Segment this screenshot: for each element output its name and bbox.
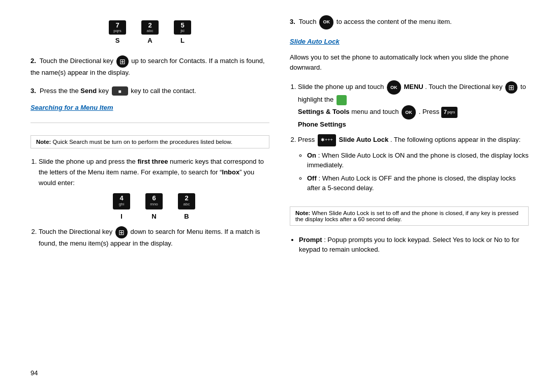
inbox-word: Inbox	[222, 168, 240, 176]
option-on: On : When Slide Auto Lock is ON and the …	[307, 150, 529, 170]
prompt-bullet-list: Prompt : Popup prompts you to lock keypa…	[290, 235, 529, 258]
dkey-up-icon	[116, 55, 129, 68]
star-key-icon: ✱+++	[318, 134, 336, 146]
ok-key-menu-icon: OK	[387, 80, 401, 95]
page-number: 94	[30, 369, 269, 377]
intro-step3: 3. Press the the Send key ■ key to call …	[30, 86, 269, 96]
option-off: Off : When Auto Lock is OFF and the phon…	[307, 173, 529, 193]
key-group-b: 2 abc B	[178, 193, 195, 222]
options-list: On : When Slide Auto Lock is ON and the …	[298, 150, 529, 193]
left-column: 7 pqrs S 2 abc A 5 jkl	[30, 15, 269, 377]
key-7pqrs-top: 7 pqrs	[109, 20, 126, 35]
key-group-s: 7 pqrs S	[109, 20, 126, 44]
right-column: 3. Touch OK to access the content of the…	[290, 15, 529, 377]
left-step2: Touch the Directional key down to search…	[39, 226, 269, 249]
note-box-2: Note: When Slide Auto Lock is set to off…	[290, 206, 529, 226]
key-2abc-bottom: 2 abc	[178, 193, 195, 209]
key-label-n: N	[151, 212, 156, 222]
steps-list-left: Slide the phone up and press the first t…	[30, 157, 269, 253]
key-label-l: L	[180, 37, 185, 44]
dkey-icon-step1	[505, 81, 517, 94]
key-group-l: 5 jkl L	[174, 20, 191, 44]
divider	[30, 123, 269, 123]
searching-menu-item-heading: Searching for a Menu Item	[30, 104, 269, 111]
slide-auto-lock-heading: Slide Auto Lock	[290, 38, 529, 45]
settings-icon	[337, 95, 347, 105]
right-step1: Slide the phone up and touch OK MENU . T…	[298, 80, 529, 130]
key-group-a: 2 abc A	[141, 20, 159, 44]
dkey-down-icon	[115, 226, 128, 238]
steps-list-right: Slide the phone up and touch OK MENU . T…	[290, 80, 529, 197]
key-4ghi: 4 ghi	[113, 193, 130, 209]
send-key-icon: ■	[112, 86, 128, 96]
option-prompt: Prompt : Popup prompts you to lock keypa…	[299, 235, 529, 255]
ok-key-icon2: OK	[402, 105, 416, 119]
key-5jkl-top: 5 jkl	[174, 20, 191, 35]
key-group-n: 6 mno N	[145, 193, 163, 222]
key-label-b: B	[184, 212, 189, 222]
right-step3: 3. Touch OK to access the content of the…	[290, 15, 529, 29]
key-group-i: 4 ghi I	[113, 193, 130, 222]
key-6mno: 6 mno	[145, 193, 163, 209]
right-step2: Press ✱+++ Slide Auto Lock . The followi…	[298, 134, 529, 193]
key-2abc-top: 2 abc	[141, 20, 159, 35]
slide-auto-lock-intro: Allows you to set the phone to automatic…	[290, 52, 529, 72]
key-row-inb: 4 ghi I 6 mno N 2	[39, 193, 269, 222]
key-label-s: S	[115, 37, 120, 44]
left-step1: Slide the phone up and press the first t…	[39, 157, 269, 222]
key-7pqrs-right: 7pqrs	[441, 107, 458, 118]
intro-step2: 2. Touch the Directional key up to searc…	[30, 55, 269, 78]
note-box: Note: Quick Search must be turn on to pe…	[30, 135, 269, 148]
key-label-a: A	[147, 37, 152, 44]
key-label-i: I	[120, 212, 123, 222]
ok-key-icon-step3: OK	[319, 15, 333, 29]
key-row-sal: 7 pqrs S 2 abc A 5 jkl	[30, 20, 269, 44]
